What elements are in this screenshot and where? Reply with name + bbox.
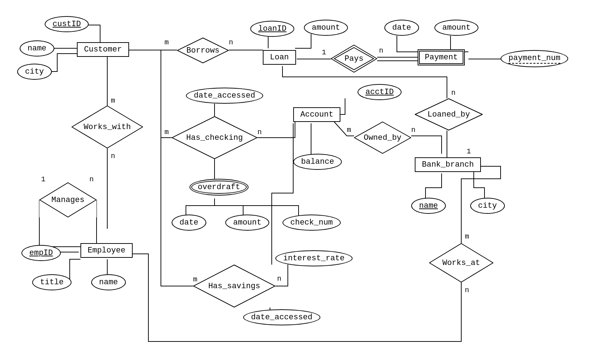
entity-bank-branch: Bank_branch bbox=[415, 157, 481, 172]
card-has-checking-n: n bbox=[257, 128, 262, 136]
attr-branch-city-label: city bbox=[478, 201, 497, 210]
card-works-with-m: m bbox=[111, 97, 115, 105]
attr-payment-num-label: payment_num bbox=[508, 54, 560, 64]
attr-emp-title-label: title bbox=[40, 278, 64, 287]
attr-overdraft: overdraft bbox=[190, 179, 249, 196]
attr-empid-label: empID bbox=[29, 249, 53, 257]
attr-od-amount-label: amount bbox=[233, 218, 261, 227]
rel-works-with-label: Works_with bbox=[84, 123, 131, 132]
rel-works-with: Works_with bbox=[72, 105, 143, 148]
attr-cust-city-label: city bbox=[25, 67, 44, 76]
card-pays-1: 1 bbox=[322, 48, 326, 56]
attr-empid: empID bbox=[21, 245, 61, 261]
attr-cust-name: name bbox=[20, 40, 54, 56]
attr-hs-interest-rate: interest_rate bbox=[275, 250, 353, 266]
attr-hc-date-accessed-label: date_accessed bbox=[194, 91, 255, 100]
attr-pay-date: date bbox=[384, 20, 419, 36]
attr-branch-city: city bbox=[470, 198, 505, 214]
attr-loanid-label: loanID bbox=[258, 24, 286, 33]
attr-emp-title: title bbox=[32, 274, 72, 290]
card-pays-n: n bbox=[379, 46, 383, 55]
attr-hs-date-accessed-label: date_accessed bbox=[251, 313, 313, 322]
rel-has-checking: Has_checking bbox=[172, 116, 257, 159]
rel-works-at-label: Works_at bbox=[442, 259, 480, 267]
attr-balance-label: balance bbox=[301, 157, 334, 166]
attr-acctid-label: acctID bbox=[365, 88, 394, 97]
card-borrows-n: n bbox=[229, 38, 233, 46]
attr-pay-date-label: date bbox=[392, 23, 411, 32]
attr-pay-amount: amount bbox=[434, 20, 478, 36]
rel-loaned-by-label: Loaned_by bbox=[428, 110, 470, 119]
entity-employee: Employee bbox=[80, 243, 133, 258]
attr-acctid: acctID bbox=[358, 84, 402, 100]
rel-owned-by-label: Owned_by bbox=[364, 133, 402, 142]
attr-od-amount: amount bbox=[225, 215, 269, 231]
attr-cust-name-label: name bbox=[28, 44, 46, 53]
card-works-at-n: n bbox=[465, 286, 469, 294]
entity-employee-label: Employee bbox=[88, 246, 126, 255]
attr-branch-name-label: name bbox=[419, 201, 438, 210]
card-has-savings-n: n bbox=[277, 275, 281, 283]
card-loaned-by-n: n bbox=[451, 89, 456, 97]
attr-loan-amount: amount bbox=[304, 20, 348, 36]
rel-owned-by: Owned_by bbox=[354, 122, 411, 154]
entity-customer-label: Customer bbox=[84, 45, 122, 54]
rel-has-checking-label: Has_checking bbox=[186, 133, 243, 142]
attr-loan-amount-label: amount bbox=[312, 23, 340, 32]
attr-cust-city: city bbox=[17, 64, 52, 80]
entity-payment: Payment bbox=[418, 49, 465, 65]
card-borrows-m: m bbox=[164, 38, 169, 46]
rel-loaned-by: Loaned_by bbox=[415, 98, 483, 131]
rel-works-at: Works_at bbox=[429, 243, 493, 282]
card-has-checking-m: m bbox=[164, 128, 169, 136]
rel-manages-label: Manages bbox=[51, 196, 84, 205]
card-manages-n: n bbox=[89, 175, 94, 183]
card-owned-by-m: m bbox=[347, 126, 351, 134]
card-manages-1: 1 bbox=[41, 175, 45, 183]
entity-bank-branch-label: Bank_branch bbox=[422, 160, 474, 169]
entity-account: Account bbox=[293, 107, 340, 122]
attr-overdraft-label: overdraft bbox=[198, 183, 240, 192]
rel-has-savings-label: Has_savings bbox=[208, 282, 260, 291]
card-has-savings-m: m bbox=[193, 275, 197, 284]
attr-hs-date-accessed: date_accessed bbox=[243, 309, 320, 325]
attr-balance: balance bbox=[293, 154, 342, 170]
entity-loan-label: Loan bbox=[270, 53, 289, 62]
rel-borrows-label: Borrows bbox=[186, 46, 219, 55]
entity-loan: Loan bbox=[263, 50, 296, 65]
attr-custid-label: custID bbox=[53, 20, 81, 29]
attr-emp-name: name bbox=[91, 274, 126, 290]
rel-borrows: Borrows bbox=[177, 38, 229, 63]
card-works-at-m: m bbox=[465, 232, 469, 241]
rel-pays: Pays bbox=[331, 45, 377, 73]
attr-od-date: date bbox=[172, 215, 206, 231]
attr-custid: custID bbox=[45, 16, 89, 32]
attr-hs-interest-rate-label: interest_rate bbox=[283, 254, 345, 263]
entity-customer: Customer bbox=[77, 42, 129, 57]
attr-pay-amount-label: amount bbox=[442, 23, 471, 32]
card-owned-by-n: n bbox=[411, 126, 415, 134]
attr-branch-name: name bbox=[411, 198, 446, 214]
attr-od-check-num: check_num bbox=[282, 215, 341, 231]
card-works-with-n: n bbox=[111, 152, 115, 160]
attr-od-check-num-label: check_num bbox=[290, 218, 333, 227]
attr-loanid: loanID bbox=[250, 21, 294, 37]
rel-pays-label: Pays bbox=[345, 54, 364, 63]
card-loaned-by-1: 1 bbox=[467, 147, 471, 156]
entity-account-label: Account bbox=[300, 110, 333, 119]
attr-od-date-label: date bbox=[179, 218, 198, 227]
rel-has-savings: Has_savings bbox=[193, 265, 275, 308]
er-diagram: Customer Loan Payment Account Bank_branc… bbox=[0, 0, 615, 364]
rel-manages: Manages bbox=[39, 182, 97, 217]
attr-payment-num: payment_num bbox=[501, 50, 568, 67]
attr-emp-name-label: name bbox=[99, 278, 118, 287]
entity-payment-label: Payment bbox=[425, 53, 458, 62]
attr-hc-date-accessed: date_accessed bbox=[186, 88, 263, 104]
